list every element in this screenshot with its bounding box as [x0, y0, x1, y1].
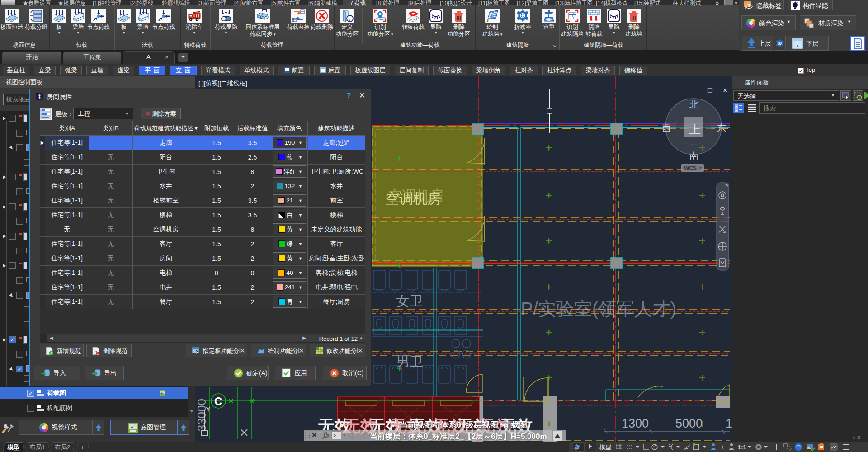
svg-text:1:1: 1:1: [738, 444, 746, 451]
svg-text:1: 1: [726, 417, 732, 430]
svg-text:东: 东: [717, 123, 726, 133]
svg-text:上: 上: [689, 122, 701, 136]
svg-text:1300: 1300: [622, 417, 649, 430]
svg-text:Y: Y: [206, 406, 211, 414]
svg-text:33000: 33000: [195, 399, 208, 431]
svg-text:WCS: WCS: [684, 165, 697, 171]
svg-text:空调机房: 空调机房: [388, 188, 444, 203]
svg-text:男卫: 男卫: [396, 354, 423, 369]
svg-text:P/实验室(领军人才): P/实验室(领军人才): [521, 299, 676, 319]
svg-text:西: 西: [662, 123, 671, 133]
svg-text:5000: 5000: [675, 417, 703, 430]
svg-text:模型: 模型: [599, 444, 611, 451]
svg-text:C: C: [214, 395, 222, 407]
svg-text:北: 北: [689, 99, 698, 109]
svg-text:女卫: 女卫: [396, 293, 423, 308]
svg-text:南: 南: [689, 151, 698, 161]
svg-text:板: 板: [574, 444, 580, 450]
